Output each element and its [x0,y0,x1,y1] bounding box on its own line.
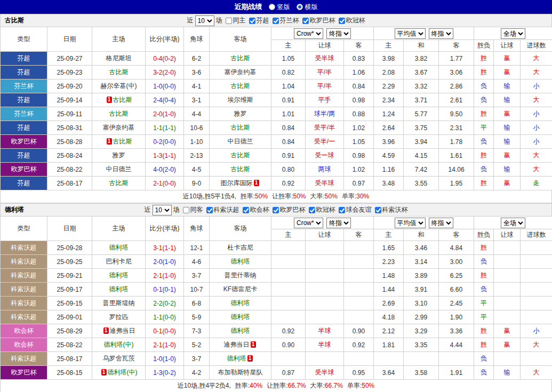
column-header: 主 [374,40,404,52]
stat-value: 40% [250,382,262,389]
scope-select[interactable]: 全场 [501,218,525,228]
odds-stage-select[interactable]: 终指 [326,28,351,39]
checkbox-checked-icon [273,18,279,24]
competition-checkbox[interactable]: 欧会杯 [243,205,269,214]
handicap-cell: 受半球 [306,366,344,380]
competition-checkbox[interactable]: 芬超 [249,16,269,25]
corner-cell: 5-2 [184,338,210,352]
view-option-horizontal[interactable]: 横版 [297,3,318,12]
avg-home-cell: 1.48 [374,269,404,283]
avg-draw-cell: 3.58 [404,366,439,380]
same-venue-checkbox[interactable]: 同客 [183,205,203,214]
avg-draw-cell: 7.42 [404,163,439,177]
goals-result-cell [521,283,552,297]
average-select[interactable]: 平均值 [395,218,426,228]
league-cell: 芬超 [1,93,47,107]
near-label: 近 [187,16,194,25]
competition-checkbox[interactable]: 欧冠杯 [339,16,365,25]
column-header: 日期 [47,217,92,241]
corner-cell: 3-1 [184,93,210,107]
average-stage-select[interactable]: 终指 [429,218,453,228]
handicap-cell: 平/半 [306,66,344,79]
result-cell: 胜 [474,149,494,163]
competition-checkbox[interactable]: 欧罗巴杯 [273,205,306,214]
home-team-cell: 1德利塔(中) [92,366,146,380]
result-cell: 平 [474,297,494,310]
competition-checkbox[interactable]: 芬兰杯 [273,16,299,25]
goals-result-cell: 大 [521,66,552,79]
corner-cell: 5-9 [184,310,210,324]
result-cell: 负 [474,283,494,297]
date-cell: 25-08-15 [47,366,92,380]
scope-select[interactable]: 全场 [501,28,525,39]
corner-cell: 4-5 [184,163,210,177]
stat-value: 30% [356,193,369,200]
odds-away-cell: 0.90 [344,324,374,338]
competition-checkbox[interactable]: 科索沃超 [206,205,239,214]
bookmaker-select[interactable]: Crow* [294,28,323,39]
same-venue-checkbox[interactable]: 同主 [226,16,246,25]
avg-away-cell: 2.86 [439,79,474,93]
corner-cell: 4-4 [184,107,210,121]
competition-checkbox[interactable]: 欧冠杯 [309,205,335,214]
match-row: 芬兰杯25-09-20赫尔辛基(中)1-0(0-0)4-1古比斯1.04平/半0… [1,79,552,93]
match-count-select[interactable]: 10 [153,205,172,215]
average-stage-select[interactable]: 终指 [429,28,453,39]
away-team-name: KF德雷尼卡 [223,285,257,293]
match-row: 科索沃超25-08-17乌罗舍瓦茨1-0(1-0)3-7德利塔1负 [1,352,552,366]
section-header-bar: 德利塔近10场同客科索沃超欧会杯欧罗巴杯欧冠杯球会友谊科索沃杯 [0,203,552,216]
avg-home-cell: 2.12 [374,324,404,338]
league-cell: 欧罗巴杯 [1,366,47,380]
result-cell: 负 [474,163,494,177]
avg-home-cell: 2.23 [374,255,404,269]
competition-checkbox[interactable]: 科索沃杯 [375,205,408,214]
away-team-cell: 古比斯 [210,121,271,135]
odds-home-cell: 1.04 [271,79,306,93]
handicap-cell: 受平/半 [306,121,344,135]
away-team-name: 古比斯 [231,165,250,173]
goals-result-cell: 小 [521,135,552,149]
competition-checkbox[interactable]: 球会友谊 [339,205,372,214]
match-row: 欧罗巴杯25-08-22中日德兰4-0(2-0)4-5古比斯0.80两球1.02… [1,163,552,177]
view-option-vertical[interactable]: 竖版 [269,3,290,12]
match-row: 科索沃超25-09-17德利塔0-1(0-1)10-7KF德雷尼卡1.443.9… [1,283,552,297]
stat-label: 大率: [310,193,325,200]
odds-home-cell: 0.92 [271,324,306,338]
handicap-result-cell: 赢 [494,324,521,338]
stat-label: 胜率: [235,382,250,389]
result-cell: 胜 [474,338,494,352]
avg-draw-cell: 5.77 [404,107,439,121]
result-cell: 胜 [474,177,494,190]
home-team-name: 塞伊奈约基 [103,124,135,131]
away-team-name: 迪弗当日 [224,341,250,348]
match-row: 芬超25-09-141古比斯2-4(0-4)3-1埃尔维斯0.91平手0.982… [1,93,552,107]
corner-cell: 12-1 [184,241,210,255]
avg-draw-cell: 2.99 [404,310,439,324]
checkbox-label: 芬超 [257,16,269,25]
corner-cell: 4-2 [184,366,210,380]
home-team-name: 中日德兰 [106,165,132,173]
bookmaker-select[interactable]: Crow* [294,218,323,228]
home-team-cell: 古比斯 [92,177,146,190]
league-cell: 科索沃超 [1,241,47,255]
odds-stage-select[interactable]: 终指 [326,218,351,228]
home-team-cell: 古比斯 [92,107,146,121]
competition-checkbox[interactable]: 欧罗巴杯 [302,16,335,25]
date-cell: 25-09-28 [47,241,92,255]
avg-draw-cell: 3.32 [404,79,439,93]
home-team-name: 普里斯堤纳 [103,299,135,307]
corner-cell: 2-13 [184,149,210,163]
handicap-result-cell: 赢 [494,177,521,190]
away-team-name: 图尔库国际 [221,179,253,187]
odds-away-cell: 1.06 [344,66,374,79]
average-select[interactable]: 平均值 [395,28,426,39]
handicap-cell: 受半球 [306,177,344,190]
home-team-cell: 罗拉匹 [92,310,146,324]
unit-label: 场 [173,205,180,214]
league-cell: 欧会杯 [1,338,47,352]
away-team-cell: 德利塔 [210,255,271,269]
avg-home-cell: 3.96 [374,135,404,149]
avg-home-cell: 4.18 [374,310,404,324]
avg-draw-cell: 3.71 [404,93,439,107]
match-count-select[interactable]: 10 [195,15,214,26]
